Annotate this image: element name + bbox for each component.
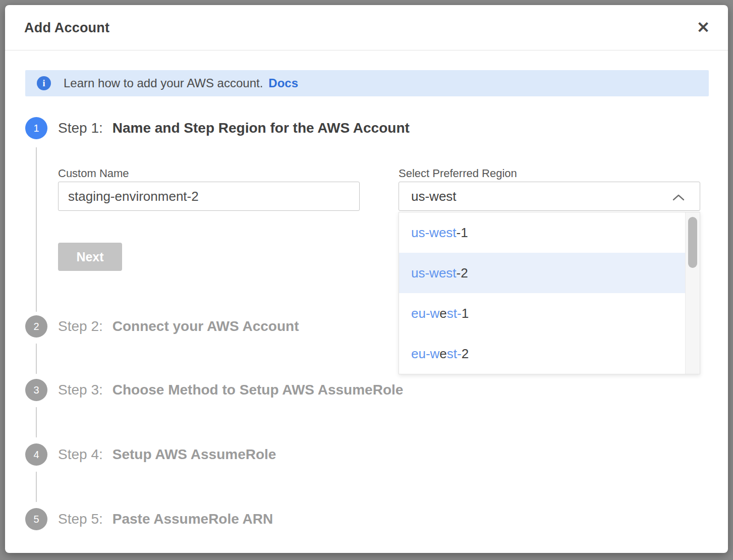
close-icon[interactable]: ✕ — [693, 17, 714, 38]
step-3-label: Step 3:Choose Method to Setup AWS Assume… — [58, 382, 403, 398]
step-4-label: Step 4:Setup AWS AssumeRole — [58, 446, 276, 463]
chevron-up-icon — [672, 194, 685, 203]
step-connector — [36, 407, 37, 437]
region-select-value: us-west — [411, 189, 457, 204]
step-2-badge: 2 — [25, 315, 47, 338]
step-3-badge: 3 — [25, 379, 47, 401]
step-connector — [36, 147, 37, 312]
step-4-header: 4 Step 4:Setup AWS AssumeRole — [25, 443, 276, 466]
modal-title: Add Account — [24, 5, 109, 50]
step-1-prefix: Step 1: — [58, 120, 103, 136]
step-1-title: Name and Step Region for the AWS Account — [112, 120, 410, 136]
step-5-header: 5 Step 5:Paste AssumeRole ARN — [25, 508, 273, 530]
docs-link[interactable]: Docs — [268, 76, 298, 90]
region-option-us-west-1[interactable]: us-west-1 — [399, 212, 685, 253]
step-1-badge: 1 — [25, 117, 47, 139]
region-label: Select Preferred Region — [399, 167, 517, 180]
region-option-eu-west-2[interactable]: eu-west-2 — [399, 333, 685, 374]
step-connector — [36, 472, 37, 502]
custom-name-input[interactable] — [58, 182, 360, 211]
add-account-modal: Add Account ✕ i Learn how to add your AW… — [5, 5, 728, 553]
step-2-header: 2 Step 2:Connect your AWS Account — [25, 315, 299, 338]
region-select[interactable]: us-west — [399, 182, 700, 211]
step-1-header: 1 Step 1:Name and Step Region for the AW… — [25, 117, 410, 139]
region-option-eu-west-1[interactable]: eu-west-1 — [399, 293, 685, 333]
step-4-badge: 4 — [25, 443, 47, 466]
region-dropdown: us-west-1 us-west-2 eu-west-1 eu-west-2 — [399, 212, 700, 374]
next-button[interactable]: Next — [58, 243, 122, 271]
step-3-header: 3 Step 3:Choose Method to Setup AWS Assu… — [25, 379, 403, 401]
region-options: us-west-1 us-west-2 eu-west-1 eu-west-2 — [399, 212, 685, 374]
banner-text: Learn how to add your AWS account. — [64, 76, 263, 90]
region-option-us-west-2[interactable]: us-west-2 — [399, 253, 685, 293]
step-2-label: Step 2:Connect your AWS Account — [58, 318, 299, 334]
modal-header: Add Account ✕ — [5, 5, 728, 50]
step-5-label: Step 5:Paste AssumeRole ARN — [58, 511, 273, 527]
step-1-label: Step 1:Name and Step Region for the AWS … — [58, 120, 410, 136]
dropdown-scrollbar-track[interactable] — [685, 212, 700, 374]
info-banner: i Learn how to add your AWS account. Doc… — [25, 70, 709, 96]
dropdown-scrollbar-thumb[interactable] — [688, 217, 697, 268]
step-5-badge: 5 — [25, 508, 47, 530]
step-connector — [36, 344, 37, 374]
custom-name-label: Custom Name — [58, 167, 129, 180]
info-icon: i — [37, 76, 51, 90]
